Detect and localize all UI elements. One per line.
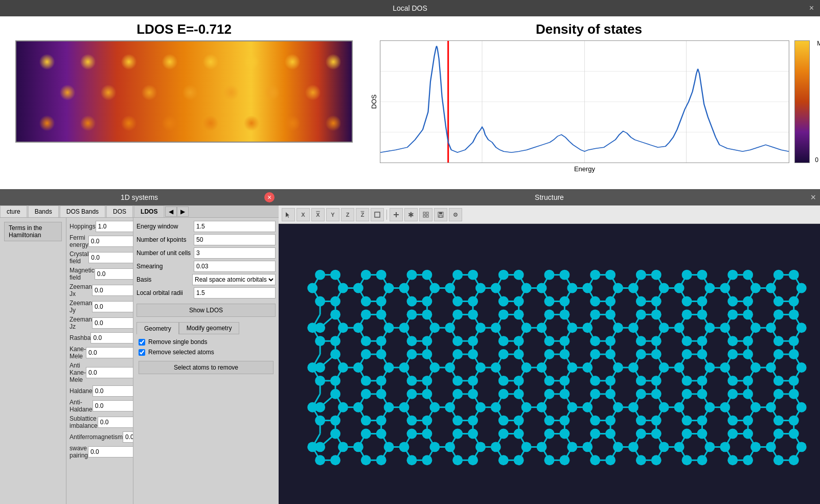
svg-point-660: [315, 416, 325, 426]
svg-point-529: [307, 323, 317, 333]
svg-point-622: [567, 362, 577, 373]
geometry-tabs: Geometry Modify geometry: [136, 322, 276, 334]
select-y-button[interactable]: Y: [326, 208, 339, 221]
rparam-input-orbital-radii[interactable]: [194, 287, 276, 299]
svg-point-466: [384, 283, 394, 293]
show-ldos-button[interactable]: Show LDOS: [136, 304, 276, 317]
param-label-kane-mele: Kane-Mele: [70, 346, 86, 360]
svg-point-508: [704, 283, 715, 293]
svg-point-634: [659, 362, 669, 373]
box-select-button[interactable]: [371, 208, 384, 221]
modify-geometry-tab[interactable]: Modify geometry: [179, 322, 240, 334]
svg-point-672: [407, 416, 417, 426]
left-close-button[interactable]: ×: [264, 192, 275, 202]
svg-point-560: [590, 309, 600, 319]
save-button[interactable]: [434, 208, 447, 221]
select-x-button[interactable]: X: [297, 208, 310, 221]
tab-bands[interactable]: Bands: [28, 205, 59, 217]
geometry-tab[interactable]: Geometry: [136, 322, 179, 334]
svg-point-663: [376, 389, 386, 399]
hamiltonian-button[interactable]: Terms in the Hamiltonian: [4, 222, 62, 241]
param-input-antiferro[interactable]: [123, 431, 133, 443]
svg-point-748: [521, 442, 532, 452]
svg-point-561: [605, 309, 616, 319]
svg-point-460: [338, 283, 348, 293]
svg-point-588: [773, 336, 784, 346]
param-label-crystal: Crystal field: [70, 250, 88, 265]
svg-point-728: [361, 429, 371, 439]
remove-selected-atoms-checkbox[interactable]: [139, 349, 145, 356]
top-window-title: Local DOS: [393, 4, 427, 12]
param-input-anti-kane-mele[interactable]: [86, 367, 133, 378]
structure-close-button[interactable]: ×: [810, 192, 816, 203]
param-input-zeeman-jz[interactable]: [92, 317, 133, 329]
rparam-input-kpoints[interactable]: [194, 234, 276, 245]
svg-point-594: [315, 376, 325, 386]
svg-point-735: [422, 429, 432, 439]
svg-point-598: [384, 362, 394, 373]
tab-prev-button[interactable]: ◀: [165, 207, 177, 217]
svg-point-535: [353, 323, 363, 333]
param-input-rashba[interactable]: [90, 332, 133, 343]
left-panel: 1D systems × cture Bands DOS Bands DOS L…: [0, 189, 279, 504]
param-input-anti-haldane[interactable]: [93, 400, 133, 411]
svg-point-592: [338, 362, 348, 373]
cursor-tool-button[interactable]: [282, 208, 295, 221]
remove-single-bonds-checkbox[interactable]: [139, 339, 145, 346]
dos-title: Density of states: [536, 21, 642, 37]
rparam-input-smearing[interactable]: [194, 261, 276, 272]
param-input-sublattice[interactable]: [98, 417, 133, 428]
svg-point-496: [613, 283, 623, 293]
svg-point-580: [750, 323, 761, 333]
svg-point-642: [682, 376, 692, 386]
select-atoms-button[interactable]: Select atoms to remove: [139, 361, 274, 374]
svg-point-617: [514, 376, 524, 386]
svg-point-547: [445, 323, 455, 333]
svg-point-610: [475, 362, 486, 373]
param-input-kane-mele[interactable]: [86, 347, 133, 358]
svg-point-666: [361, 416, 371, 426]
param-input-fermi[interactable]: [88, 236, 133, 247]
select-z2-button[interactable]: Z: [356, 208, 369, 221]
param-input-zeeman-jy[interactable]: [92, 301, 133, 312]
tab-dos[interactable]: DOS: [106, 205, 133, 217]
svg-point-564: [590, 336, 600, 346]
svg-point-712: [750, 402, 761, 413]
svg-point-652: [796, 362, 807, 373]
select-x2-button[interactable]: X: [311, 208, 325, 221]
rparam-input-energy-window[interactable]: [194, 221, 276, 232]
rparam-select-basis[interactable]: Real space atomic orbitals: [192, 274, 276, 285]
param-label-fermi: Fermi energy: [70, 234, 88, 248]
param-input-zeeman-jx[interactable]: [92, 285, 133, 296]
tab-structure[interactable]: cture: [0, 205, 27, 217]
svg-point-530: [361, 309, 371, 319]
param-input-magnetic[interactable]: [95, 268, 133, 280]
ldos-title: LDOS E=-0.712: [136, 21, 232, 37]
svg-point-493: [537, 283, 547, 293]
svg-point-604: [429, 362, 440, 373]
rparam-input-unit-cells[interactable]: [194, 247, 276, 259]
param-input-swave[interactable]: [88, 446, 133, 457]
add-button[interactable]: [390, 208, 403, 221]
grid-button[interactable]: [419, 208, 432, 221]
asterisk-button[interactable]: ✱: [404, 208, 418, 221]
tab-dos-bands[interactable]: DOS Bands: [60, 205, 105, 217]
param-input-hoppings[interactable]: [96, 221, 133, 232]
tab-ldos[interactable]: LDOS: [134, 205, 164, 217]
svg-point-697: [582, 402, 593, 413]
param-input-haldane[interactable]: [93, 385, 133, 397]
top-close-button[interactable]: ×: [809, 4, 814, 13]
param-input-crystal[interactable]: [88, 252, 133, 263]
select-z-button[interactable]: Z: [341, 208, 354, 221]
svg-point-734: [407, 429, 417, 439]
svg-point-633: [651, 349, 662, 359]
tab-next-button[interactable]: ▶: [177, 207, 189, 217]
svg-point-676: [475, 402, 486, 413]
svg-point-618: [498, 376, 509, 386]
svg-point-644: [727, 349, 738, 359]
svg-point-596: [361, 349, 371, 359]
svg-point-568: [659, 323, 669, 333]
svg-point-713: [743, 416, 753, 426]
svg-point-719: [789, 416, 799, 426]
settings-button[interactable]: [449, 208, 462, 221]
